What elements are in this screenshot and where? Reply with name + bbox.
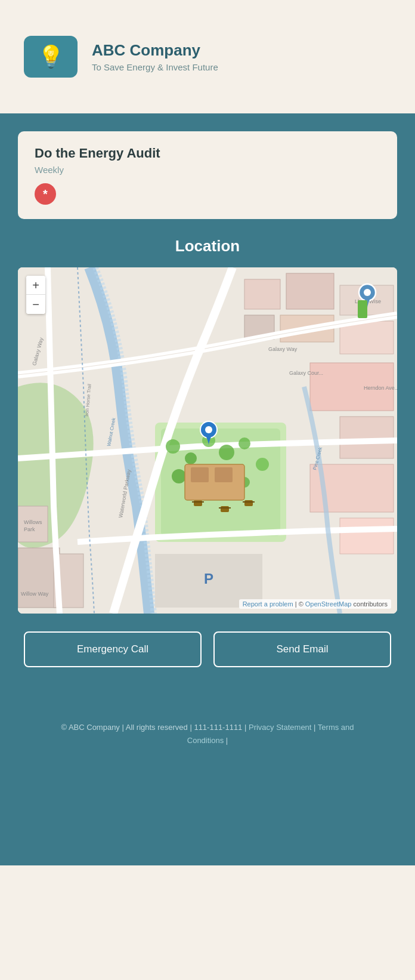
svg-rect-12 [340, 518, 394, 554]
svg-point-52 [364, 289, 371, 296]
location-title: Location [18, 237, 397, 255]
footer-copyright: © ABC Company | All rights reserved | 11… [61, 723, 246, 732]
map-attribution: Report a problem | © OpenStreetMap contr… [239, 599, 391, 609]
footer-sep2: | [226, 736, 228, 745]
svg-text:Herndon Ave...: Herndon Ave... [364, 385, 397, 391]
svg-point-19 [185, 452, 197, 464]
lightbulb-icon: 💡 [38, 44, 64, 69]
svg-rect-33 [243, 501, 255, 503]
action-buttons: Emergency Call Send Email [18, 631, 397, 667]
company-info: ABC Company To Save Energy & Invest Futu… [92, 41, 218, 72]
zoom-controls: + − [26, 276, 45, 314]
svg-text:P: P [204, 571, 213, 587]
svg-text:Willows: Willows [24, 519, 42, 525]
company-tagline: To Save Energy & Invest Future [92, 62, 218, 72]
svg-rect-32 [244, 500, 253, 506]
svg-rect-28 [194, 500, 202, 506]
attribution-contributors: contributors [354, 600, 388, 608]
svg-text:Park: Park [24, 526, 35, 532]
svg-point-23 [172, 469, 186, 483]
svg-point-21 [219, 445, 234, 460]
map-visual: P [18, 267, 397, 614]
svg-rect-53 [358, 300, 367, 318]
svg-rect-10 [340, 417, 394, 458]
zoom-out-button[interactable]: − [26, 295, 45, 314]
openstreetmap-link[interactable]: OpenStreetMap [305, 600, 352, 608]
privacy-link[interactable]: Privacy Statement [249, 723, 312, 732]
audit-title: Do the Energy Audit [35, 146, 380, 161]
main-section: Do the Energy Audit Weekly * Location + … [0, 113, 415, 865]
svg-rect-35 [191, 467, 209, 482]
svg-point-18 [166, 439, 180, 454]
svg-rect-36 [215, 467, 233, 482]
svg-text:Galaxy Cour...: Galaxy Cour... [289, 370, 323, 376]
company-logo: 💡 [24, 36, 78, 78]
asterisk-badge: * [35, 183, 56, 205]
svg-rect-31 [219, 507, 231, 509]
svg-rect-3 [244, 279, 280, 309]
company-name: ABC Company [92, 41, 218, 60]
badge-icon: * [43, 187, 48, 201]
attribution-separator: | © [295, 600, 305, 608]
footer-sep1: | [314, 723, 318, 732]
map-container[interactable]: + − [18, 267, 397, 614]
footer: © ABC Company | All rights reserved | 11… [18, 703, 397, 771]
send-email-button[interactable]: Send Email [213, 631, 391, 667]
svg-rect-4 [286, 273, 334, 309]
report-problem-link[interactable]: Report a problem [243, 600, 293, 608]
svg-rect-29 [192, 501, 204, 503]
zoom-in-button[interactable]: + [26, 276, 45, 295]
svg-rect-30 [221, 506, 229, 512]
header: 💡 ABC Company To Save Energy & Invest Fu… [0, 0, 415, 113]
svg-text:Galaxy Way: Galaxy Way [268, 346, 298, 352]
svg-point-22 [239, 437, 250, 449]
audit-card: Do the Energy Audit Weekly * [18, 131, 397, 219]
svg-point-24 [256, 458, 269, 471]
svg-point-50 [205, 426, 212, 433]
map-svg: P [18, 267, 397, 614]
audit-frequency: Weekly [35, 165, 380, 175]
svg-text:Willow Way: Willow Way [21, 591, 49, 597]
emergency-call-button[interactable]: Emergency Call [24, 631, 202, 667]
footer-text: © ABC Company | All rights reserved | 11… [42, 721, 373, 747]
